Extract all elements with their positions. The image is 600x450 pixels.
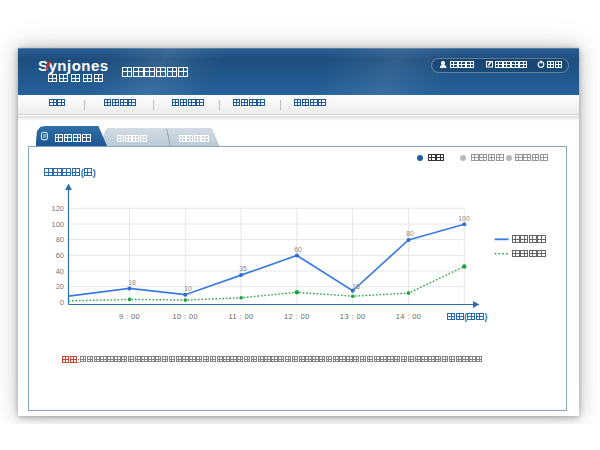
svg-text:9 : 00: 9 : 00 <box>119 312 140 321</box>
svg-text:15: 15 <box>352 283 360 290</box>
svg-text:20: 20 <box>56 282 64 291</box>
svg-text:0: 0 <box>60 298 64 307</box>
svg-text:35: 35 <box>239 265 247 272</box>
svg-text:13 : 00: 13 : 00 <box>340 312 366 321</box>
svg-text:10: 10 <box>184 285 192 292</box>
svg-text:60: 60 <box>56 251 64 260</box>
svg-text:12 : 00: 12 : 00 <box>284 312 310 321</box>
svg-text:100: 100 <box>458 215 470 222</box>
svg-text:40: 40 <box>56 267 64 276</box>
svg-text:10 : 00: 10 : 00 <box>172 312 198 321</box>
svg-text:60: 60 <box>294 246 302 253</box>
svg-text:18: 18 <box>128 279 136 286</box>
svg-text:120: 120 <box>51 204 64 213</box>
svg-text:11 : 00: 11 : 00 <box>229 312 254 321</box>
svg-text:100: 100 <box>51 220 64 229</box>
svg-text:14 : 00: 14 : 00 <box>396 312 422 321</box>
svg-text:80: 80 <box>56 235 64 244</box>
svg-text:80: 80 <box>406 230 414 237</box>
